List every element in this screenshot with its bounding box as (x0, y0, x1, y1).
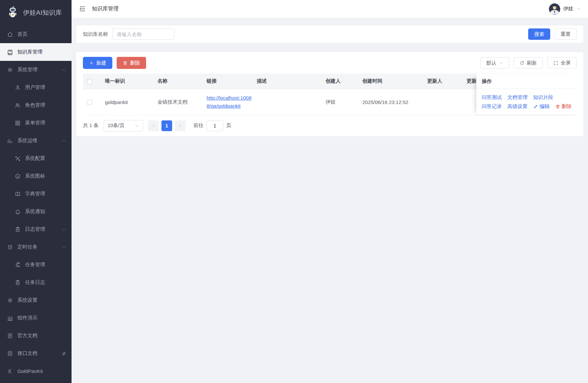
robot-icon (6, 6, 19, 19)
knowledge-icon (7, 49, 13, 55)
search-button[interactable]: 搜索 (528, 28, 550, 40)
cell-checkbox (83, 89, 101, 115)
op-link-qa-records[interactable]: 问答记录 (482, 103, 502, 110)
doc-icon (7, 333, 13, 339)
user-icon (15, 85, 21, 91)
next-page-button[interactable] (175, 120, 186, 131)
op-column-header: 操作 (476, 74, 577, 89)
chevron-down-icon (62, 227, 66, 232)
sidebar-item-label: 首页 (17, 31, 66, 37)
sidebar-item-official-docs[interactable]: 官方文档 (0, 327, 72, 345)
delete-button[interactable]: 删除 (117, 57, 146, 69)
pagination: 共 1 条 10条/页 1 前往 页 (83, 120, 577, 131)
density-select[interactable]: 默认 (480, 57, 509, 69)
select-all-checkbox[interactable] (87, 79, 92, 84)
sidebar-item-task-mgmt[interactable]: 任务管理 (0, 256, 72, 274)
total-count: 共 1 条 (83, 122, 99, 129)
sidebar: 伊娃AI知识库 首页知识库管理系统管理用户管理角色管理菜单管理系统运维系统配置系… (0, 0, 72, 383)
sidebar-item-knowledge[interactable]: 知识库管理 (0, 43, 72, 61)
page-1-button[interactable]: 1 (161, 120, 172, 131)
op-column: 操作 问答测试文档管理知识片段问答记录高级设置编辑删除 (476, 74, 577, 115)
chevron-left-icon (151, 123, 156, 128)
chevron-up-icon (62, 245, 66, 250)
sidebar-item-components-demo[interactable]: 组件演示 (0, 309, 72, 327)
k-icon (7, 368, 13, 374)
op-link-knowledge-snippets[interactable]: 知识片段 (533, 94, 553, 101)
kb-name-input[interactable] (112, 28, 174, 40)
link-icon (62, 351, 66, 356)
sidebar-item-sys-notice[interactable]: 系统通知 (0, 203, 72, 220)
sidebar-item-ops[interactable]: 系统运维 (0, 132, 72, 150)
sidebar-item-sys-config[interactable]: 系统配置 (0, 150, 72, 167)
cell-desc (253, 89, 322, 115)
sidebar-item-label: 系统管理 (17, 67, 62, 73)
tasks-icon (15, 262, 21, 268)
alarm-icon (7, 244, 13, 250)
plus-icon (89, 61, 94, 66)
op-link-doc-mgmt[interactable]: 文档管理 (507, 94, 527, 101)
sidebar-item-system[interactable]: 系统管理 (0, 61, 72, 79)
doc-icon (7, 351, 13, 357)
op-link-advanced-settings[interactable]: 高级设置 (507, 103, 527, 110)
cell-updater (423, 89, 463, 115)
create-button[interactable]: 新建 (83, 57, 112, 69)
sidebar-item-label: 知识库管理 (17, 49, 66, 55)
sidebar-item-settings[interactable]: 系统设置 (0, 291, 72, 309)
op-cell: 问答测试文档管理知识片段问答记录高级设置编辑删除 (476, 89, 577, 115)
chevron-down-icon (499, 61, 503, 65)
sidebar-item-label: 系统配置 (25, 155, 66, 162)
cell-link: http://localhost:10088/qa/goldpankit (203, 89, 253, 115)
sidebar-item-label: 官方文档 (17, 332, 66, 339)
op-link-qa-test[interactable]: 问答测试 (482, 94, 502, 101)
sidebar-item-api-docs[interactable]: 接口文档 (0, 345, 72, 362)
sidebar-item-label: 接口文档 (17, 350, 59, 357)
sidebar-item-dict-mgmt[interactable]: 字典管理 (0, 185, 72, 203)
reset-button[interactable]: 重置 (555, 28, 577, 40)
sidebar-item-label: 用户管理 (25, 84, 66, 91)
refresh-icon (519, 61, 524, 66)
refresh-button[interactable]: 刷新 (513, 57, 543, 69)
sidebar-item-log-mgmt[interactable]: 日志管理 (0, 220, 72, 238)
sidebar-item-sys-icons[interactable]: 系统图标 (0, 167, 72, 185)
sidebar-item-label: 日志管理 (25, 226, 62, 232)
column-header-id: 唯一标识 (101, 74, 153, 89)
app-title: 伊娃AI知识库 (23, 8, 62, 17)
smile-icon (15, 173, 21, 179)
prev-page-button[interactable] (148, 120, 159, 131)
cell-id: goldpankit (101, 89, 153, 115)
goto-page-input[interactable] (207, 120, 223, 131)
fullscreen-button[interactable]: 全屏 (547, 57, 577, 69)
user-menu[interactable]: 伊娃 (549, 3, 581, 15)
gear-icon (7, 67, 13, 73)
app-logo[interactable]: 伊娃AI知识库 (0, 0, 72, 25)
sidebar-item-role-mgmt[interactable]: 角色管理 (0, 96, 72, 114)
column-header-updater: 更新人 (423, 74, 463, 89)
page-size-select[interactable]: 10条/页 (104, 120, 143, 131)
op-link-edit[interactable]: 编辑 (533, 103, 550, 110)
sidebar-item-cron[interactable]: 定时任务 (0, 238, 72, 256)
fullscreen-icon (553, 61, 558, 66)
sidebar-item-label: 任务管理 (25, 262, 66, 268)
trash-icon (555, 104, 560, 109)
sidebar-item-user-mgmt[interactable]: 用户管理 (0, 79, 72, 96)
row-checkbox[interactable] (87, 100, 92, 105)
chevron-up-icon (62, 138, 66, 143)
sidebar-item-label: 菜单管理 (25, 120, 66, 126)
op-link-delete[interactable]: 删除 (555, 103, 572, 110)
sidebar-menu: 首页知识库管理系统管理用户管理角色管理菜单管理系统运维系统配置系统图标字典管理系… (0, 25, 72, 383)
sidebar-item-label: 角色管理 (25, 102, 66, 108)
sidebar-item-menu-mgmt[interactable]: 菜单管理 (0, 114, 72, 132)
kb-link[interactable]: http://localhost:10088/qa/goldpankit (207, 94, 249, 110)
menu-fold-icon[interactable] (79, 5, 86, 12)
sidebar-item-goldpankit[interactable]: GoldPanKit (0, 362, 72, 380)
bell-icon (15, 209, 21, 215)
sidebar-item-task-logs[interactable]: 任务日志 (0, 274, 72, 291)
page-title: 知识库管理 (92, 5, 119, 12)
table-toolbar: 新建 删除 默认 刷新 (83, 57, 577, 69)
book-icon (15, 191, 21, 197)
sidebar-item-label: 字典管理 (25, 191, 66, 197)
page-unit-label: 页 (226, 122, 231, 129)
sidebar-item-home[interactable]: 首页 (0, 25, 72, 43)
column-header-checkbox (83, 74, 101, 89)
column-header-creator: 创建人 (322, 74, 358, 89)
